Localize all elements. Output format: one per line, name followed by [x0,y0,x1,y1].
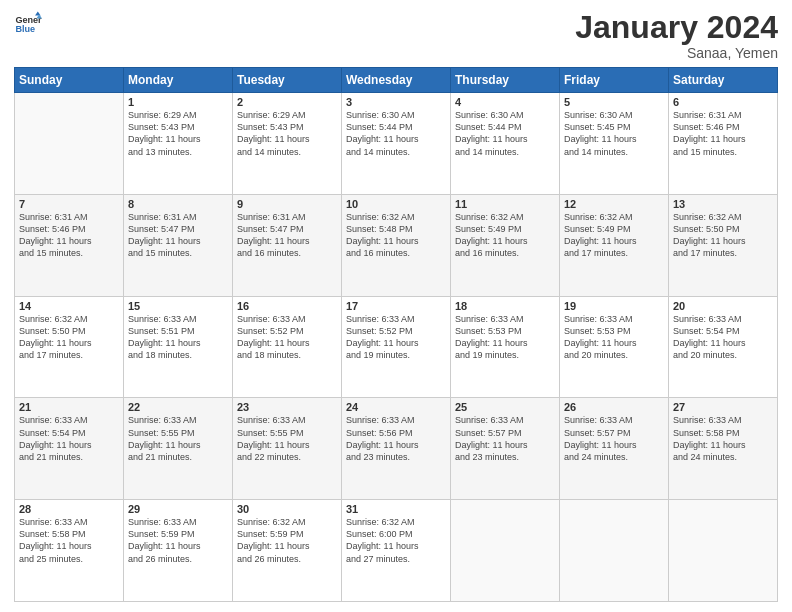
day-number: 10 [346,198,446,210]
day-number: 23 [237,401,337,413]
calendar-day-cell: 8Sunrise: 6:31 AM Sunset: 5:47 PM Daylig… [124,194,233,296]
calendar-day-cell: 11Sunrise: 6:32 AM Sunset: 5:49 PM Dayli… [451,194,560,296]
day-info: Sunrise: 6:33 AM Sunset: 5:58 PM Dayligh… [19,516,119,565]
calendar-header-row: SundayMondayTuesdayWednesdayThursdayFrid… [15,68,778,93]
calendar-header-cell: Sunday [15,68,124,93]
day-info: Sunrise: 6:33 AM Sunset: 5:53 PM Dayligh… [455,313,555,362]
calendar-day-cell: 29Sunrise: 6:33 AM Sunset: 5:59 PM Dayli… [124,500,233,602]
day-info: Sunrise: 6:29 AM Sunset: 5:43 PM Dayligh… [237,109,337,158]
day-info: Sunrise: 6:33 AM Sunset: 5:57 PM Dayligh… [564,414,664,463]
calendar-day-cell: 26Sunrise: 6:33 AM Sunset: 5:57 PM Dayli… [560,398,669,500]
day-number: 1 [128,96,228,108]
day-info: Sunrise: 6:33 AM Sunset: 5:58 PM Dayligh… [673,414,773,463]
calendar-day-cell [451,500,560,602]
calendar-day-cell: 30Sunrise: 6:32 AM Sunset: 5:59 PM Dayli… [233,500,342,602]
calendar-header-cell: Thursday [451,68,560,93]
day-info: Sunrise: 6:33 AM Sunset: 5:52 PM Dayligh… [237,313,337,362]
page-header: General Blue January 2024 Sanaa, Yemen [14,10,778,61]
calendar-header-cell: Monday [124,68,233,93]
calendar-day-cell: 27Sunrise: 6:33 AM Sunset: 5:58 PM Dayli… [669,398,778,500]
day-number: 25 [455,401,555,413]
day-info: Sunrise: 6:33 AM Sunset: 5:57 PM Dayligh… [455,414,555,463]
day-info: Sunrise: 6:30 AM Sunset: 5:45 PM Dayligh… [564,109,664,158]
svg-text:Blue: Blue [15,24,35,34]
calendar-day-cell: 17Sunrise: 6:33 AM Sunset: 5:52 PM Dayli… [342,296,451,398]
calendar-table: SundayMondayTuesdayWednesdayThursdayFrid… [14,67,778,602]
calendar-week-row: 14Sunrise: 6:32 AM Sunset: 5:50 PM Dayli… [15,296,778,398]
day-number: 2 [237,96,337,108]
day-number: 26 [564,401,664,413]
day-info: Sunrise: 6:31 AM Sunset: 5:46 PM Dayligh… [19,211,119,260]
calendar-day-cell: 25Sunrise: 6:33 AM Sunset: 5:57 PM Dayli… [451,398,560,500]
svg-marker-2 [35,11,41,15]
main-title: January 2024 [575,10,778,45]
day-info: Sunrise: 6:32 AM Sunset: 6:00 PM Dayligh… [346,516,446,565]
calendar-day-cell [669,500,778,602]
day-number: 9 [237,198,337,210]
day-info: Sunrise: 6:31 AM Sunset: 5:46 PM Dayligh… [673,109,773,158]
day-info: Sunrise: 6:29 AM Sunset: 5:43 PM Dayligh… [128,109,228,158]
calendar-week-row: 21Sunrise: 6:33 AM Sunset: 5:54 PM Dayli… [15,398,778,500]
calendar-day-cell: 5Sunrise: 6:30 AM Sunset: 5:45 PM Daylig… [560,93,669,195]
calendar-day-cell: 6Sunrise: 6:31 AM Sunset: 5:46 PM Daylig… [669,93,778,195]
day-info: Sunrise: 6:32 AM Sunset: 5:59 PM Dayligh… [237,516,337,565]
day-number: 18 [455,300,555,312]
day-number: 19 [564,300,664,312]
day-number: 30 [237,503,337,515]
calendar-header-cell: Tuesday [233,68,342,93]
day-info: Sunrise: 6:32 AM Sunset: 5:50 PM Dayligh… [673,211,773,260]
calendar-header-cell: Friday [560,68,669,93]
calendar-day-cell: 15Sunrise: 6:33 AM Sunset: 5:51 PM Dayli… [124,296,233,398]
day-info: Sunrise: 6:31 AM Sunset: 5:47 PM Dayligh… [128,211,228,260]
day-number: 4 [455,96,555,108]
day-number: 15 [128,300,228,312]
calendar-day-cell: 20Sunrise: 6:33 AM Sunset: 5:54 PM Dayli… [669,296,778,398]
calendar-day-cell: 23Sunrise: 6:33 AM Sunset: 5:55 PM Dayli… [233,398,342,500]
day-number: 24 [346,401,446,413]
day-info: Sunrise: 6:33 AM Sunset: 5:53 PM Dayligh… [564,313,664,362]
calendar-day-cell [560,500,669,602]
calendar-day-cell: 7Sunrise: 6:31 AM Sunset: 5:46 PM Daylig… [15,194,124,296]
calendar-week-row: 7Sunrise: 6:31 AM Sunset: 5:46 PM Daylig… [15,194,778,296]
day-info: Sunrise: 6:32 AM Sunset: 5:50 PM Dayligh… [19,313,119,362]
calendar-day-cell: 1Sunrise: 6:29 AM Sunset: 5:43 PM Daylig… [124,93,233,195]
day-info: Sunrise: 6:32 AM Sunset: 5:49 PM Dayligh… [564,211,664,260]
title-block: January 2024 Sanaa, Yemen [575,10,778,61]
day-info: Sunrise: 6:33 AM Sunset: 5:54 PM Dayligh… [19,414,119,463]
logo: General Blue [14,10,42,38]
calendar-day-cell: 2Sunrise: 6:29 AM Sunset: 5:43 PM Daylig… [233,93,342,195]
calendar-day-cell: 14Sunrise: 6:32 AM Sunset: 5:50 PM Dayli… [15,296,124,398]
day-info: Sunrise: 6:33 AM Sunset: 5:56 PM Dayligh… [346,414,446,463]
day-number: 31 [346,503,446,515]
subtitle: Sanaa, Yemen [575,45,778,61]
calendar-week-row: 1Sunrise: 6:29 AM Sunset: 5:43 PM Daylig… [15,93,778,195]
calendar-header-cell: Wednesday [342,68,451,93]
day-info: Sunrise: 6:31 AM Sunset: 5:47 PM Dayligh… [237,211,337,260]
day-number: 28 [19,503,119,515]
day-number: 27 [673,401,773,413]
day-info: Sunrise: 6:33 AM Sunset: 5:54 PM Dayligh… [673,313,773,362]
day-number: 5 [564,96,664,108]
day-number: 12 [564,198,664,210]
calendar-day-cell: 13Sunrise: 6:32 AM Sunset: 5:50 PM Dayli… [669,194,778,296]
day-number: 14 [19,300,119,312]
day-number: 16 [237,300,337,312]
calendar-day-cell: 9Sunrise: 6:31 AM Sunset: 5:47 PM Daylig… [233,194,342,296]
day-info: Sunrise: 6:33 AM Sunset: 5:55 PM Dayligh… [128,414,228,463]
day-info: Sunrise: 6:33 AM Sunset: 5:55 PM Dayligh… [237,414,337,463]
logo-icon: General Blue [14,10,42,38]
calendar-day-cell: 10Sunrise: 6:32 AM Sunset: 5:48 PM Dayli… [342,194,451,296]
day-number: 21 [19,401,119,413]
calendar: SundayMondayTuesdayWednesdayThursdayFrid… [14,67,778,602]
calendar-day-cell: 19Sunrise: 6:33 AM Sunset: 5:53 PM Dayli… [560,296,669,398]
calendar-day-cell: 16Sunrise: 6:33 AM Sunset: 5:52 PM Dayli… [233,296,342,398]
day-info: Sunrise: 6:30 AM Sunset: 5:44 PM Dayligh… [455,109,555,158]
day-info: Sunrise: 6:32 AM Sunset: 5:48 PM Dayligh… [346,211,446,260]
day-number: 17 [346,300,446,312]
day-number: 13 [673,198,773,210]
calendar-week-row: 28Sunrise: 6:33 AM Sunset: 5:58 PM Dayli… [15,500,778,602]
day-number: 11 [455,198,555,210]
calendar-day-cell: 3Sunrise: 6:30 AM Sunset: 5:44 PM Daylig… [342,93,451,195]
calendar-day-cell: 21Sunrise: 6:33 AM Sunset: 5:54 PM Dayli… [15,398,124,500]
day-number: 29 [128,503,228,515]
